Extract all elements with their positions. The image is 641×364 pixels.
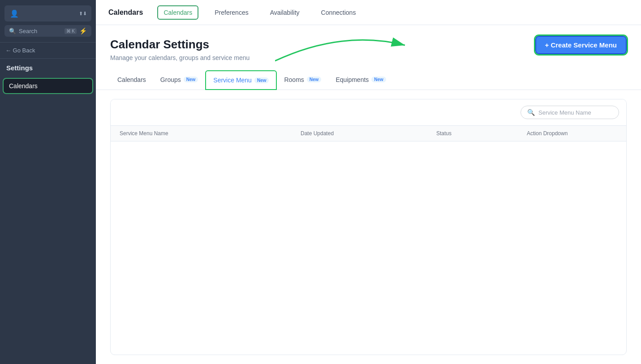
- table-toolbar: 🔍 Service Menu Name: [111, 99, 626, 126]
- col-status: Status: [436, 130, 527, 137]
- sidebar-top: 👤 ⬆⬇ 🔍 Search ⌘ K ⚡: [0, 0, 96, 43]
- sub-tab-rooms[interactable]: Rooms New: [277, 71, 328, 90]
- top-nav-title: Calendars: [108, 9, 143, 17]
- user-selector[interactable]: 👤 ⬆⬇: [4, 5, 91, 21]
- table-container: 🔍 Service Menu Name Service Menu Name Da…: [110, 99, 627, 355]
- table-search[interactable]: 🔍 Service Menu Name: [521, 106, 619, 119]
- sub-tab-service-menu[interactable]: Service Menu New: [205, 70, 277, 90]
- page-subtitle: Manage your calendars, groups and servic…: [110, 54, 627, 61]
- sidebar-item-calendars[interactable]: Calendars: [4, 79, 92, 93]
- lightning-icon[interactable]: ⚡: [79, 27, 87, 34]
- sub-tabs: Calendars Groups New Service Menu New Ro…: [96, 70, 641, 90]
- create-service-menu-button[interactable]: + Create Service Menu: [535, 36, 627, 54]
- col-action: Action Dropdown: [527, 130, 617, 137]
- tab-connections[interactable]: Connections: [316, 6, 361, 19]
- search-label: Search: [19, 28, 62, 34]
- sidebar: 👤 ⬆⬇ 🔍 Search ⌘ K ⚡ ← Go Back Settings C…: [0, 0, 96, 364]
- table-body: [111, 141, 626, 276]
- table-search-placeholder: Service Menu Name: [538, 109, 591, 116]
- sub-tab-equipments[interactable]: Equipments New: [328, 71, 393, 90]
- sub-tab-calendars[interactable]: Calendars: [110, 71, 153, 90]
- rooms-badge: New: [307, 77, 322, 82]
- chevron-icon: ⬆⬇: [79, 11, 87, 17]
- table-header: Service Menu Name Date Updated Status Ac…: [111, 126, 626, 141]
- search-kbd: ⌘ K: [65, 28, 77, 34]
- groups-badge: New: [184, 77, 198, 82]
- main-content: Calendars Calendars Preferences Availabi…: [96, 0, 641, 364]
- tab-calendars[interactable]: Calendars: [157, 5, 198, 20]
- equipments-badge: New: [371, 77, 386, 82]
- sidebar-nav: Calendars: [0, 75, 96, 364]
- search-bar[interactable]: 🔍 Search ⌘ K ⚡: [4, 25, 91, 37]
- search-icon: 🔍: [9, 28, 16, 34]
- top-nav: Calendars Calendars Preferences Availabi…: [96, 0, 641, 25]
- sub-tab-groups[interactable]: Groups New: [153, 71, 205, 90]
- table-search-icon: 🔍: [527, 109, 535, 116]
- col-date: Date Updated: [301, 130, 436, 137]
- service-menu-badge: New: [254, 77, 269, 83]
- user-icon: 👤: [9, 8, 20, 19]
- col-name: Service Menu Name: [120, 130, 301, 137]
- tab-availability[interactable]: Availability: [265, 6, 305, 19]
- page-header: Calendar Settings Manage your calendars,…: [96, 25, 641, 70]
- go-back-button[interactable]: ← Go Back: [0, 43, 96, 59]
- settings-label: Settings: [0, 59, 96, 75]
- tab-preferences[interactable]: Preferences: [209, 6, 254, 19]
